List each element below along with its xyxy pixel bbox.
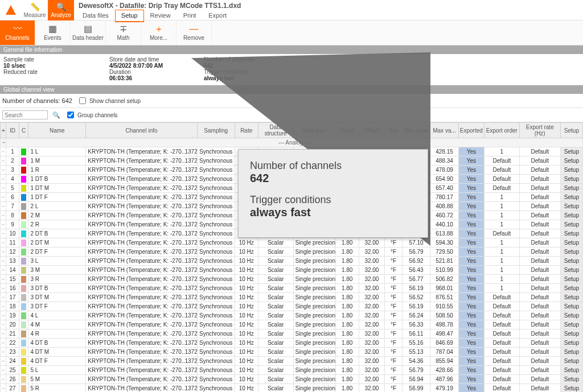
ribbon-math[interactable]: ∓ Math bbox=[106, 20, 141, 45]
table-row[interactable]: ·255 LKRYPTON-TH (Temperature; K: -270..… bbox=[1, 366, 583, 375]
color-swatch[interactable] bbox=[21, 203, 26, 210]
color-swatch[interactable] bbox=[21, 321, 26, 328]
group-channels-toggle[interactable]: Group channels bbox=[65, 110, 118, 120]
ribbon-remove[interactable]: — Remove bbox=[176, 20, 212, 45]
cell-name[interactable]: 1 DT M bbox=[28, 184, 86, 193]
exported-cell[interactable]: Yes bbox=[458, 238, 484, 247]
setup-button[interactable]: Setup bbox=[560, 156, 582, 166]
cell-name[interactable]: 3 DT F bbox=[28, 302, 86, 311]
cell-name[interactable]: 1 DT B bbox=[28, 175, 86, 184]
exported-cell[interactable]: Yes bbox=[458, 184, 484, 193]
cell-name[interactable]: 5 L bbox=[28, 366, 86, 375]
table-row[interactable]: ·234 DT MKRYPTON-TH (Temperature; K: -27… bbox=[1, 348, 583, 357]
ribbon-more[interactable]: ＋ More... bbox=[141, 20, 176, 45]
color-swatch[interactable] bbox=[21, 367, 26, 374]
cell-name[interactable]: 4 R bbox=[28, 329, 86, 339]
col-plus[interactable]: + bbox=[1, 123, 6, 138]
col-sampling[interactable]: Sampling bbox=[197, 123, 235, 138]
group-channels-checkbox[interactable] bbox=[67, 112, 74, 118]
exported-cell[interactable]: Yes bbox=[458, 366, 484, 375]
exported-cell[interactable]: Yes bbox=[458, 257, 484, 266]
color-swatch[interactable] bbox=[21, 376, 26, 383]
search-input[interactable] bbox=[2, 110, 48, 119]
cell-name[interactable]: 2 L bbox=[28, 202, 86, 211]
color-swatch[interactable] bbox=[21, 167, 26, 174]
color-swatch[interactable] bbox=[21, 285, 26, 292]
color-swatch[interactable] bbox=[21, 267, 26, 274]
exported-cell[interactable]: Yes bbox=[458, 329, 484, 339]
ribbon-data-header[interactable]: ▤ Data header bbox=[71, 20, 106, 45]
cell-name[interactable]: 3 L bbox=[28, 257, 86, 266]
exported-cell[interactable]: Yes bbox=[458, 175, 484, 184]
table-row[interactable]: ·173 DT MKRYPTON-TH (Temperature; K: -27… bbox=[1, 293, 583, 302]
setup-button[interactable]: Setup bbox=[560, 247, 582, 257]
col-max[interactable]: Max va... bbox=[430, 123, 458, 138]
cell-name[interactable]: 1 DT F bbox=[28, 193, 86, 202]
cell-name[interactable]: 3 DT M bbox=[28, 293, 86, 302]
table-row[interactable]: ·194 LKRYPTON-TH (Temperature; K: -270..… bbox=[1, 311, 583, 320]
color-swatch[interactable] bbox=[21, 303, 26, 310]
color-swatch[interactable] bbox=[21, 212, 26, 219]
setup-button[interactable]: Setup bbox=[560, 211, 582, 220]
exported-cell[interactable]: Yes bbox=[458, 229, 484, 238]
table-row[interactable]: ·112 DT MKRYPTON-TH (Temperature; K: -27… bbox=[1, 238, 583, 247]
exported-cell[interactable]: Yes bbox=[458, 193, 484, 202]
search-icon[interactable]: 🔍 bbox=[52, 112, 60, 119]
setup-button[interactable]: Setup bbox=[560, 193, 582, 202]
exported-cell[interactable]: Yes bbox=[458, 339, 484, 348]
col-data-structure[interactable]: Data structure bbox=[258, 123, 293, 138]
color-swatch[interactable] bbox=[21, 349, 26, 356]
setup-button[interactable]: Setup bbox=[560, 329, 582, 339]
color-swatch[interactable] bbox=[21, 340, 26, 346]
setup-button[interactable]: Setup bbox=[560, 184, 582, 193]
cell-name[interactable]: 1 R bbox=[28, 166, 86, 175]
color-swatch[interactable] bbox=[21, 240, 26, 246]
cell-name[interactable]: 5 M bbox=[28, 375, 86, 384]
table-row[interactable]: ·265 MKRYPTON-TH (Temperature; K: -270..… bbox=[1, 375, 583, 384]
table-row[interactable]: ·214 RKRYPTON-TH (Temperature; K: -270..… bbox=[1, 329, 583, 339]
show-channel-setup-checkbox[interactable] bbox=[79, 97, 86, 104]
col-export-order[interactable]: Export order bbox=[484, 123, 519, 138]
color-swatch[interactable] bbox=[21, 294, 26, 301]
table-row[interactable]: ·163 DT BKRYPTON-TH (Temperature; K: -27… bbox=[1, 284, 583, 293]
color-swatch[interactable] bbox=[21, 258, 26, 265]
setup-button[interactable]: Setup bbox=[560, 284, 582, 293]
col-scale[interactable]: Scale bbox=[335, 123, 359, 138]
col-id[interactable]: ID bbox=[6, 123, 19, 138]
exported-cell[interactable]: Yes bbox=[458, 220, 484, 229]
color-swatch[interactable] bbox=[21, 249, 26, 255]
col-unit[interactable]: Unit bbox=[385, 123, 403, 138]
table-row[interactable]: ·183 DT FKRYPTON-TH (Temperature; K: -27… bbox=[1, 302, 583, 311]
cell-name[interactable]: 3 R bbox=[28, 275, 86, 284]
ribbon-channels[interactable]: 〰 Channels bbox=[0, 20, 35, 45]
setup-button[interactable]: Setup bbox=[560, 357, 582, 366]
color-swatch[interactable] bbox=[21, 331, 26, 337]
table-row[interactable]: ·143 MKRYPTON-TH (Temperature; K: -270..… bbox=[1, 266, 583, 275]
group-row-analog[interactable]: −--- Analog --- bbox=[1, 138, 583, 147]
cell-name[interactable]: 4 DT F bbox=[28, 357, 86, 366]
setup-button[interactable]: Setup bbox=[560, 220, 582, 229]
ribbon-events[interactable]: ▦ Events bbox=[35, 20, 71, 45]
cell-name[interactable]: 1 M bbox=[28, 156, 86, 166]
cell-name[interactable]: 4 DT B bbox=[28, 339, 86, 348]
setup-button[interactable]: Setup bbox=[560, 320, 582, 329]
cell-name[interactable]: 2 M bbox=[28, 211, 86, 220]
setup-button[interactable]: Setup bbox=[560, 238, 582, 247]
exported-cell[interactable]: Yes bbox=[458, 156, 484, 166]
exported-cell[interactable]: Yes bbox=[458, 247, 484, 257]
col-export-rate[interactable]: Export rate (Hz) bbox=[519, 123, 560, 138]
exported-cell[interactable]: Yes bbox=[458, 311, 484, 320]
color-swatch[interactable] bbox=[21, 358, 26, 365]
col-rate[interactable]: Rate bbox=[235, 123, 258, 138]
color-swatch[interactable] bbox=[21, 221, 26, 228]
table-row[interactable]: ·224 DT BKRYPTON-TH (Temperature; K: -27… bbox=[1, 339, 583, 348]
exported-cell[interactable]: Yes bbox=[458, 147, 484, 156]
exported-cell[interactable]: Yes bbox=[458, 266, 484, 275]
exported-cell[interactable]: Yes bbox=[458, 284, 484, 293]
color-swatch[interactable] bbox=[21, 230, 26, 237]
col-name[interactable]: Name bbox=[28, 123, 86, 138]
table-row[interactable]: ·204 MKRYPTON-TH (Temperature; K: -270..… bbox=[1, 320, 583, 329]
mode-measure[interactable]: 📏 Measure bbox=[22, 0, 48, 20]
exported-cell[interactable]: Yes bbox=[458, 293, 484, 302]
cell-name[interactable]: 2 DT B bbox=[28, 229, 86, 238]
